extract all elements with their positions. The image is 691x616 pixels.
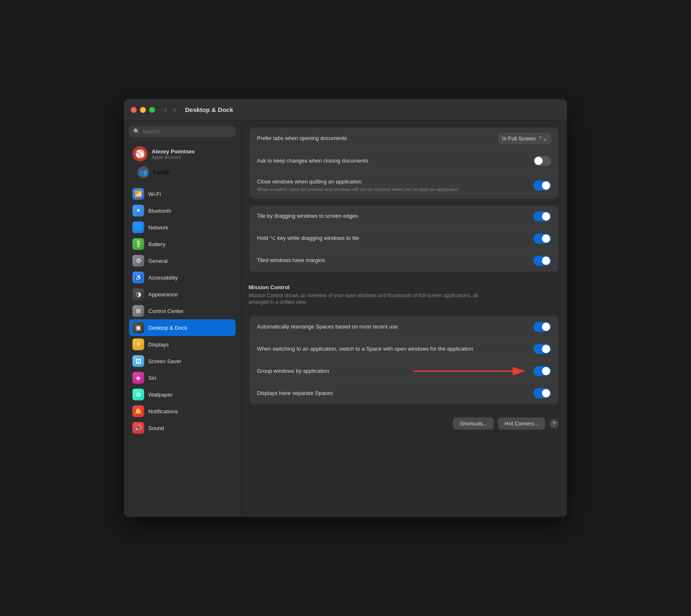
general-icon: ⚙ xyxy=(132,255,144,267)
sidebar-item-displays[interactable]: ☀Displays xyxy=(129,336,236,353)
network-icon: 🌐 xyxy=(132,221,144,233)
sidebar-item-siri[interactable]: ◈Siri xyxy=(129,369,236,386)
sidebar-item-notifications[interactable]: 🔔Notifications xyxy=(129,403,236,420)
user-name: Alexey Poimtsev xyxy=(152,148,195,155)
tile-drag-toggle[interactable] xyxy=(533,211,551,221)
footer-buttons: Shortcuts... Hot Corners... ? xyxy=(241,411,567,436)
select-value: In Full Screen xyxy=(502,135,536,142)
sidebar-item-accessibility[interactable]: ♿Accessibility xyxy=(129,269,236,286)
tiled-margins-row: Tiled windows have margins xyxy=(249,250,559,272)
sidebar-item-desktop-dock[interactable]: ▣Desktop & Dock xyxy=(129,319,236,336)
sidebar-label-general: General xyxy=(148,258,168,264)
search-input[interactable] xyxy=(142,128,231,135)
hold-option-toggle[interactable] xyxy=(533,234,551,244)
sidebar-item-bluetooth[interactable]: ✦Bluetooth xyxy=(129,202,236,219)
sidebar-label-screen-saver: Screen Saver xyxy=(148,358,181,364)
fullscreen-button[interactable] xyxy=(149,107,155,113)
group-windows-toggle[interactable] xyxy=(533,366,551,376)
prefer-tabs-select[interactable]: In Full Screen ⌃⌄ xyxy=(498,133,551,144)
toggle-knob xyxy=(542,345,550,353)
back-button[interactable]: ‹ xyxy=(162,104,169,115)
user-item[interactable]: ⚾ Alexey Poimtsev Apple Account xyxy=(129,144,236,164)
search-icon: 🔍 xyxy=(133,128,140,135)
user-subtitle: Apple Account xyxy=(152,155,195,160)
close-windows-toggle[interactable] xyxy=(533,181,551,191)
switch-space-toggle[interactable] xyxy=(533,344,551,354)
close-windows-subtext: When enabled, open documents and windows… xyxy=(257,186,491,193)
window-title: Desktop & Dock xyxy=(185,106,233,113)
toggle-knob xyxy=(534,157,543,165)
family-label: Family xyxy=(153,169,169,176)
search-container: 🔍 xyxy=(124,126,241,142)
auto-rearrange-label: Automatically rearrange Spaces based on … xyxy=(257,323,533,331)
search-box[interactable]: 🔍 xyxy=(129,126,236,137)
sidebar-item-wifi[interactable]: 📶Wi-Fi xyxy=(129,186,236,202)
switch-space-row: When switching to an application, switch… xyxy=(249,338,559,360)
displays-icon: ☀ xyxy=(132,339,144,350)
sidebar-item-screen-saver[interactable]: 🖼Screen Saver xyxy=(129,353,236,369)
group-windows-label: Group windows by application xyxy=(257,367,533,375)
sidebar-item-control-center[interactable]: ⊞Control Center xyxy=(129,303,236,319)
prefer-tabs-row: Prefer tabs when opening documents In Fu… xyxy=(249,127,559,150)
user-section: ⚾ Alexey Poimtsev Apple Account 👥 Family xyxy=(124,142,241,184)
minimize-button[interactable] xyxy=(140,107,146,113)
traffic-lights xyxy=(131,107,155,113)
toggle-knob xyxy=(542,389,550,397)
mission-control-title: Mission Control xyxy=(249,284,559,290)
toggle-knob xyxy=(542,257,550,265)
sidebar-label-wifi: Wi-Fi xyxy=(148,191,161,197)
sidebar-item-general[interactable]: ⚙General xyxy=(129,252,236,269)
settings-group-docs: Prefer tabs when opening documents In Fu… xyxy=(249,127,559,199)
toggle-knob xyxy=(542,367,550,375)
sidebar-item-wallpaper[interactable]: ✿Wallpaper xyxy=(129,386,236,403)
displays-spaces-row: Displays have separate Spaces xyxy=(249,382,559,404)
shortcuts-button[interactable]: Shortcuts... xyxy=(453,417,494,430)
close-windows-row: Close windows when quitting an applicati… xyxy=(249,172,559,199)
displays-spaces-label: Displays have separate Spaces xyxy=(257,389,533,397)
sidebar-label-notifications: Notifications xyxy=(148,408,178,415)
auto-rearrange-toggle[interactable] xyxy=(533,322,551,332)
sidebar-label-control-center: Control Center xyxy=(148,308,184,314)
switch-space-label: When switching to an application, switch… xyxy=(257,345,533,353)
close-button[interactable] xyxy=(131,107,137,113)
sidebar-label-network: Network xyxy=(148,224,168,231)
content-area: 🔍 ⚾ Alexey Poimtsev Apple Account 👥 xyxy=(124,121,567,517)
sidebar-item-appearance[interactable]: ◑Appearance xyxy=(129,286,236,303)
sidebar-label-battery: Battery xyxy=(148,241,165,247)
auto-rearrange-row: Automatically rearrange Spaces based on … xyxy=(249,316,559,338)
sidebar-label-wallpaper: Wallpaper xyxy=(148,392,173,398)
sidebar-item-battery[interactable]: 🔋Battery xyxy=(129,236,236,252)
forward-button[interactable]: › xyxy=(171,104,178,115)
hold-option-row: Hold ⌥ key while dragging windows to til… xyxy=(249,228,559,250)
desktop-dock-icon: ▣ xyxy=(132,322,144,333)
help-button[interactable]: ? xyxy=(549,419,559,428)
toggle-knob xyxy=(542,323,550,331)
tiled-margins-toggle[interactable] xyxy=(533,256,551,266)
settings-group-mission: Automatically rearrange Spaces based on … xyxy=(249,316,559,404)
tile-drag-row: Tile by dragging windows to screen edges xyxy=(249,206,559,228)
mission-control-desc: Mission Control shows an overview of you… xyxy=(249,292,491,306)
sidebar-label-accessibility: Accessibility xyxy=(148,275,178,281)
user-info: Alexey Poimtsev Apple Account xyxy=(152,148,195,160)
tile-drag-label: Tile by dragging windows to screen edges xyxy=(257,212,533,220)
chevron-icon: ⌃⌄ xyxy=(538,135,547,142)
sound-icon: 🔊 xyxy=(132,422,144,434)
sidebar-label-bluetooth: Bluetooth xyxy=(148,208,171,214)
sidebar-item-family[interactable]: 👥 Family xyxy=(134,164,231,181)
battery-icon: 🔋 xyxy=(132,238,144,250)
toggle-knob xyxy=(542,234,550,243)
accessibility-icon: ♿ xyxy=(132,272,144,283)
ask-keep-label: Ask to keep changes when closing documen… xyxy=(257,157,533,165)
siri-icon: ◈ xyxy=(132,372,144,384)
prefer-tabs-label: Prefer tabs when opening documents xyxy=(257,135,498,142)
hot-corners-button[interactable]: Hot Corners... xyxy=(498,417,545,430)
wallpaper-icon: ✿ xyxy=(132,389,144,400)
sidebar-label-appearance: Appearance xyxy=(148,291,178,298)
sidebar-item-sound[interactable]: 🔊Sound xyxy=(129,420,236,436)
sidebar: 🔍 ⚾ Alexey Poimtsev Apple Account 👥 xyxy=(124,121,241,517)
screen-saver-icon: 🖼 xyxy=(132,355,144,367)
sidebar-item-network[interactable]: 🌐Network xyxy=(129,219,236,236)
family-avatar: 👥 xyxy=(137,166,149,178)
ask-keep-toggle[interactable] xyxy=(533,156,551,166)
displays-spaces-toggle[interactable] xyxy=(533,388,551,398)
